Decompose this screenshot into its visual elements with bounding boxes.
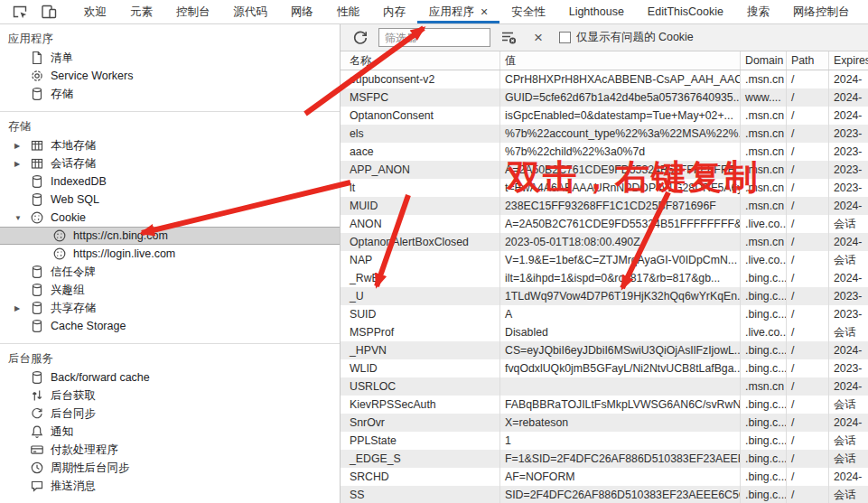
expander-collapsed-icon[interactable]: ▶ bbox=[14, 160, 30, 168]
cookie-domain-cell[interactable]: .msn.cn bbox=[741, 197, 787, 215]
cookie-path-cell[interactable]: / bbox=[787, 287, 829, 305]
cookie-expires-cell[interactable]: 2023- bbox=[829, 287, 868, 305]
expander-collapsed-icon[interactable]: ▶ bbox=[14, 304, 30, 312]
cookie-row[interactable]: KievRPSSecAuthFABqBBRaTOJILtFsMkpLVWSG6A… bbox=[341, 396, 868, 414]
cookie-row[interactable]: OptanonConsentisGpcEnabled=0&datestamp=T… bbox=[341, 107, 868, 125]
cookie-expires-cell[interactable]: 2024- bbox=[829, 269, 868, 287]
cookie-name-cell[interactable]: SUID bbox=[341, 305, 500, 323]
cookie-value-cell[interactable]: A bbox=[500, 305, 741, 323]
cookie-domain-cell[interactable]: .msn.cn bbox=[741, 161, 787, 179]
cookie-row[interactable]: _RwBfilt=1&ihpd=1&ispd=0&rc=817&rb=817&g… bbox=[341, 269, 868, 287]
cookie-name-cell[interactable]: SS bbox=[341, 486, 500, 503]
cookie-row[interactable]: MSFPCGUID=5cfe62d67b1a42d4be5a0573676409… bbox=[341, 88, 868, 107]
cookie-domain-cell[interactable]: .bing.c... bbox=[741, 414, 787, 432]
cookie-name-cell[interactable]: KievRPSSecAuth bbox=[341, 396, 500, 414]
tab[interactable]: 安全性 bbox=[499, 0, 557, 23]
cookie-name-cell[interactable]: MUID bbox=[341, 197, 500, 215]
cookie-value-cell[interactable]: fvqOdxlUQk0jmB5GFayL/Ni2NtvUCB8tLafBga..… bbox=[500, 359, 741, 377]
cookie-path-cell[interactable]: / bbox=[787, 414, 829, 432]
cookie-path-cell[interactable]: / bbox=[787, 396, 829, 414]
cookie-value-cell[interactable]: %7b%22account_type%22%3a%22MSA%22%... bbox=[500, 125, 741, 143]
cookie-value-cell[interactable]: F=1&SID=2F4DFC26AF886D510383EF23AEEE... bbox=[500, 450, 741, 468]
cookie-name-cell[interactable]: _RwBf bbox=[341, 269, 500, 287]
only-issues-checkbox[interactable] bbox=[559, 32, 571, 43]
cookie-value-cell[interactable]: GUID=5cfe62d67b1a42d4be5a057367640935... bbox=[500, 88, 741, 107]
column-header[interactable]: 名称 bbox=[341, 51, 500, 70]
cookie-path-cell[interactable]: / bbox=[787, 486, 829, 503]
cookie-row[interactable]: MSPProfDisabled.live.co.../会话 bbox=[341, 323, 868, 341]
tab-application-active[interactable]: 应用程序× bbox=[417, 0, 499, 23]
cookie-value-cell[interactable]: t=EwA4A6AEAAAURnNPDOP4v1G28DRF5A6y... bbox=[500, 179, 741, 197]
cookie-path-cell[interactable]: / bbox=[787, 107, 829, 125]
cookie-path-cell[interactable]: / bbox=[787, 305, 829, 323]
sidebar-item[interactable]: ▶本地存储 bbox=[0, 136, 340, 154]
cookie-expires-cell[interactable]: 2024- bbox=[829, 468, 868, 486]
cookie-expires-cell[interactable]: 2024- bbox=[829, 88, 868, 107]
cookie-row[interactable]: SSSID=2F4DFC26AF886D510383EF23AEEE6C5C..… bbox=[341, 486, 868, 503]
cookie-expires-cell[interactable]: 2024- bbox=[829, 197, 868, 215]
cookie-name-cell[interactable]: PPLState bbox=[341, 432, 500, 450]
close-tab-icon[interactable]: × bbox=[481, 5, 488, 18]
cookie-row[interactable]: eupubconsent-v2CPrH8HXPrH8HXAcABBENB-CsA… bbox=[341, 70, 868, 88]
cookie-domain-cell[interactable]: .bing.c... bbox=[741, 305, 787, 323]
sidebar-item[interactable]: ▶会话存储 bbox=[0, 154, 340, 172]
sidebar-item[interactable]: https://login.live.com bbox=[0, 245, 340, 263]
delete-selected-icon[interactable]: × bbox=[534, 30, 543, 45]
cookie-expires-cell[interactable]: 2023- bbox=[829, 143, 868, 161]
sidebar-item[interactable]: Service Workers bbox=[0, 67, 340, 85]
device-toolbar-icon[interactable] bbox=[40, 3, 58, 21]
cookie-row[interactable]: NAPV=1.9&E=1bef&C=ZTJMrqAyaGI-V0IDpCmN..… bbox=[341, 251, 868, 269]
cookie-expires-cell[interactable]: 2024- bbox=[829, 233, 868, 251]
cookie-domain-cell[interactable]: .bing.c... bbox=[741, 269, 787, 287]
cookie-name-cell[interactable]: OptanonConsent bbox=[341, 107, 500, 125]
cookie-row[interactable]: SnrOvrX=rebateson.bing.c.../2024- bbox=[341, 414, 868, 432]
column-header[interactable]: Expires / Max-Age bbox=[829, 51, 868, 70]
cookie-domain-cell[interactable]: .live.co... bbox=[741, 251, 787, 269]
cookie-row[interactable]: APP_ANONA=2A50B2C761CDE9FD55324B51FFFFFF… bbox=[341, 161, 868, 179]
cookie-row[interactable]: PPLState1.bing.c.../会话 bbox=[341, 432, 868, 450]
cookie-expires-cell[interactable]: 2024- bbox=[829, 414, 868, 432]
cookie-domain-cell[interactable]: .bing.c... bbox=[741, 341, 787, 359]
column-header[interactable]: Path bbox=[787, 51, 829, 70]
cookie-row[interactable]: els%7b%22account_type%22%3a%22MSA%22%...… bbox=[341, 125, 868, 143]
cookie-name-cell[interactable]: MSPProf bbox=[341, 323, 500, 341]
cookie-domain-cell[interactable]: .bing.c... bbox=[741, 468, 787, 486]
cookie-domain-cell[interactable]: www.... bbox=[741, 88, 787, 107]
cookie-domain-cell[interactable]: .bing.c... bbox=[741, 450, 787, 468]
sidebar-item[interactable]: Web SQL bbox=[0, 191, 340, 209]
cookie-domain-cell[interactable]: .bing.c... bbox=[741, 287, 787, 305]
cookie-expires-cell[interactable]: 会话 bbox=[829, 450, 868, 468]
tab[interactable]: 网络控制台 bbox=[781, 0, 862, 23]
cookie-row[interactable]: SUIDA.bing.c.../2023- bbox=[341, 305, 868, 323]
cookie-path-cell[interactable]: / bbox=[787, 251, 829, 269]
cookie-value-cell[interactable]: V=1.9&E=1bef&C=ZTJMrqAyaGI-V0IDpCmN... bbox=[500, 251, 741, 269]
sidebar-item[interactable]: 后台获取 bbox=[0, 387, 340, 405]
cookie-expires-cell[interactable]: 2024- bbox=[829, 70, 868, 88]
cookie-value-cell[interactable]: ilt=1&ihpd=1&ispd=0&rc=817&rb=817&gb... bbox=[500, 269, 741, 287]
cookie-value-cell[interactable]: isGpcEnabled=0&datestamp=Tue+May+02+... bbox=[500, 107, 741, 125]
tab[interactable]: 控制台 bbox=[164, 0, 222, 23]
cookie-path-cell[interactable]: / bbox=[787, 432, 829, 450]
cookie-row[interactable]: USRLOC.msn.cn/2024- bbox=[341, 377, 868, 396]
cookie-domain-cell[interactable]: .msn.cn bbox=[741, 70, 787, 88]
cookie-name-cell[interactable]: _U bbox=[341, 287, 500, 305]
sidebar-item[interactable]: ▼Cookie bbox=[0, 209, 340, 227]
cookie-path-cell[interactable]: / bbox=[787, 341, 829, 359]
sidebar-item[interactable]: Back/forward cache bbox=[0, 368, 340, 387]
cookie-expires-cell[interactable]: 2023- bbox=[829, 125, 868, 143]
sidebar-item[interactable]: 信任令牌 bbox=[0, 263, 340, 281]
sidebar-item[interactable]: ▶共享存储 bbox=[0, 299, 340, 317]
cookie-expires-cell[interactable]: 会话 bbox=[829, 396, 868, 414]
sidebar-item[interactable]: 推送消息 bbox=[0, 477, 340, 495]
cookie-domain-cell[interactable]: .bing.c... bbox=[741, 396, 787, 414]
cookie-expires-cell[interactable]: 2023- bbox=[829, 359, 868, 377]
cookie-path-cell[interactable]: / bbox=[787, 468, 829, 486]
cookie-row[interactable]: ANONA=2A50B2C761CDE9FD55324B51FFFFFFFF&E… bbox=[341, 215, 868, 233]
cookie-row[interactable]: _HPVNCS=eyJQbiI6eyJDbiI6MSwiU3QiOjAsIlFz… bbox=[341, 341, 868, 359]
tab[interactable]: 性能 bbox=[325, 0, 371, 23]
filter-input[interactable] bbox=[378, 28, 490, 47]
cookie-name-cell[interactable]: SnrOvr bbox=[341, 414, 500, 432]
sidebar-item[interactable]: 清单 bbox=[0, 49, 340, 67]
sidebar-item[interactable]: 周期性后台同步 bbox=[0, 459, 340, 477]
sidebar-item-selected[interactable]: https://cn.bing.com bbox=[0, 227, 340, 245]
